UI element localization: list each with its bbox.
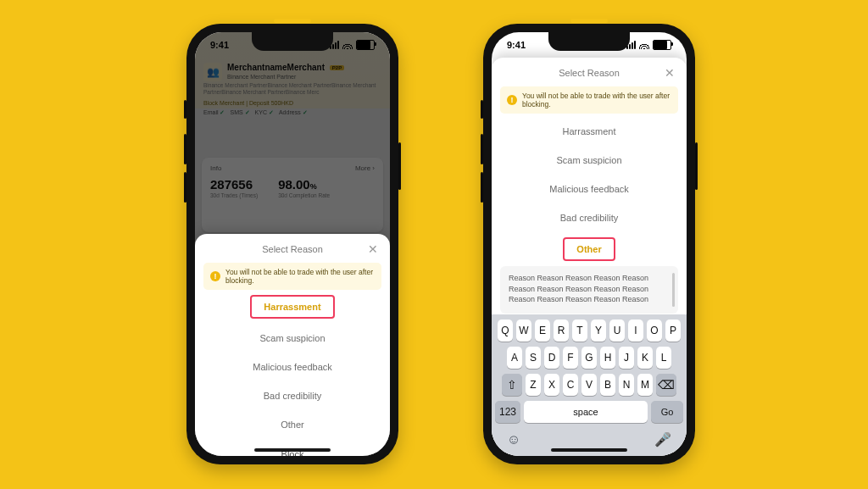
key-b[interactable]: B — [600, 374, 615, 396]
key-o[interactable]: O — [647, 320, 662, 342]
key-w[interactable]: W — [516, 320, 531, 342]
key-c[interactable]: C — [563, 374, 578, 396]
key-g[interactable]: G — [581, 347, 597, 369]
keyboard-row-1: Q W E R T Y U I O P — [495, 320, 683, 342]
emoji-icon[interactable]: ☺ — [507, 432, 520, 447]
phone-mockup-left: 9:41 ‹ MerchantnameMerchant P2P Binance … — [186, 24, 398, 464]
sheet-title: Select Reason — [262, 244, 323, 254]
key-k[interactable]: K — [637, 347, 653, 369]
warning-icon: ! — [507, 95, 517, 105]
key-i[interactable]: I — [628, 320, 643, 342]
key-s[interactable]: S — [526, 347, 541, 369]
blocking-warning: ! You will not be able to trade with the… — [203, 263, 381, 290]
key-p[interactable]: P — [665, 320, 681, 342]
screen-right: 9:41 Select Reason ✕ ! You will not be a… — [492, 32, 687, 456]
wifi-icon — [639, 42, 649, 49]
battery-icon — [356, 40, 375, 50]
key-shift[interactable] — [502, 374, 522, 396]
reason-feedback[interactable]: Malicious feedback — [195, 353, 390, 381]
mic-icon[interactable]: 🎤 — [654, 431, 671, 447]
reason-harassment[interactable]: Harrassment — [492, 117, 687, 146]
key-a[interactable]: A — [507, 347, 522, 369]
reason-credibility[interactable]: Bad credibility — [492, 203, 687, 232]
earpiece — [274, 19, 311, 23]
reason-scam[interactable]: Scam suspicion — [492, 146, 687, 175]
keyboard-bottom-row: ☺ 🎤 — [495, 428, 683, 447]
keyboard-row-2: A S D F G H J K L — [495, 347, 683, 369]
warning-text: You will not be able to trade with the u… — [522, 92, 671, 108]
select-reason-sheet: Select Reason ✕ ! You will not be able t… — [492, 58, 687, 456]
blocking-warning: ! You will not be able to trade with the… — [500, 86, 678, 114]
home-indicator[interactable] — [254, 448, 331, 452]
textarea-scrollbar[interactable] — [672, 273, 675, 307]
earpiece — [570, 19, 608, 23]
key-backspace[interactable] — [656, 374, 676, 396]
warning-text: You will not be able to trade with the u… — [225, 268, 375, 285]
warning-icon: ! — [210, 271, 220, 281]
key-q[interactable]: Q — [498, 320, 513, 342]
key-u[interactable]: U — [609, 320, 625, 342]
reason-textarea[interactable]: Reason Reason Reason Reason Reason Reaso… — [500, 266, 678, 314]
reason-credibility[interactable]: Bad credibility — [195, 381, 390, 410]
key-go[interactable]: Go — [651, 401, 683, 423]
battery-icon — [653, 40, 671, 50]
reason-list: Harrassment Scam suspicion Malicious fee… — [492, 117, 687, 259]
notch — [548, 32, 630, 51]
reason-feedback[interactable]: Malicious feedback — [492, 175, 687, 203]
close-icon[interactable]: ✕ — [366, 242, 380, 256]
key-j[interactable]: J — [619, 347, 634, 369]
key-y[interactable]: Y — [591, 320, 606, 342]
key-e[interactable]: E — [535, 320, 550, 342]
key-d[interactable]: D — [544, 347, 559, 369]
reason-textarea-value: Reason Reason Reason Reason Reason Reaso… — [509, 274, 648, 303]
reason-other[interactable]: Other — [195, 410, 390, 439]
key-n[interactable]: N — [619, 374, 634, 396]
block-button[interactable]: Block — [195, 439, 390, 456]
key-123[interactable]: 123 — [495, 401, 520, 423]
notch — [252, 32, 333, 51]
key-f[interactable]: F — [563, 347, 578, 369]
status-time: 9:41 — [210, 40, 229, 50]
close-icon[interactable]: ✕ — [663, 66, 676, 80]
key-t[interactable]: T — [572, 320, 587, 342]
key-space[interactable]: space — [524, 401, 648, 423]
select-reason-sheet: Select Reason ✕ ! You will not be able t… — [195, 234, 390, 456]
key-h[interactable]: H — [600, 347, 615, 369]
reason-other[interactable]: Other — [565, 239, 613, 259]
ios-keyboard: Q W E R T Y U I O P A S D F G H — [492, 314, 687, 456]
status-time: 9:41 — [507, 40, 526, 50]
reason-scam[interactable]: Scam suspicion — [195, 324, 390, 353]
sheet-title: Select Reason — [559, 68, 620, 78]
phone-mockup-right: 9:41 Select Reason ✕ ! You will not be a… — [483, 24, 695, 464]
wifi-icon — [342, 42, 353, 49]
keyboard-row-4: 123 space Go — [495, 401, 683, 423]
home-indicator[interactable] — [551, 448, 627, 452]
keyboard-row-3: Z X C V B N M — [495, 374, 683, 396]
key-m[interactable]: M — [637, 374, 653, 396]
key-v[interactable]: V — [581, 374, 597, 396]
key-r[interactable]: R — [554, 320, 569, 342]
key-x[interactable]: X — [544, 374, 559, 396]
key-z[interactable]: Z — [526, 374, 541, 396]
reason-list: Harrassment Scam suspicion Malicious fee… — [195, 297, 390, 439]
key-l[interactable]: L — [656, 347, 671, 369]
reason-harassment[interactable]: Harrassment — [252, 297, 332, 317]
screen-left: 9:41 ‹ MerchantnameMerchant P2P Binance … — [195, 32, 390, 456]
